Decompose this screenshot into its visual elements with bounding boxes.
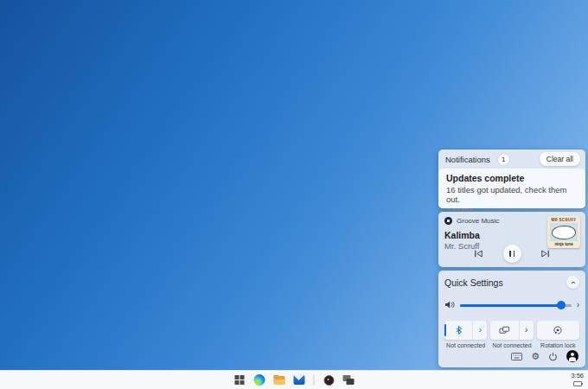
bluetooth-label: Not connected (444, 342, 487, 348)
media-app-name: Groove Music (457, 217, 499, 225)
rotation-lock-label: Rotation lock (537, 342, 579, 348)
groove-music-app-icon[interactable] (323, 374, 335, 386)
groove-music-icon (444, 217, 452, 225)
album-art: MR SCRUFF ninja tuna (547, 216, 580, 248)
file-explorer-icon[interactable] (274, 374, 285, 386)
desktop: Notifications 1 Clear all Updates comple… (0, 0, 588, 389)
rotation-lock-icon (537, 325, 579, 335)
quick-settings-footer: ⚙ (438, 350, 585, 362)
notification-item[interactable]: Updates complete 16 titles got updated, … (438, 169, 585, 208)
clear-all-button[interactable]: Clear all (540, 152, 580, 166)
chevron-right-icon: › (479, 326, 482, 335)
taskbar-clock[interactable]: 3:56 (571, 372, 584, 379)
volume-expand-chevron-icon[interactable]: › (577, 301, 579, 309)
window-stack-app-icon[interactable] (343, 374, 355, 386)
active-indicator (444, 324, 446, 336)
quick-settings-card: Quick Settings › › (438, 271, 585, 367)
mail-app-icon[interactable] (294, 374, 305, 386)
taskbar-app-icons (234, 371, 355, 389)
volume-slider[interactable] (460, 301, 572, 309)
chevron-up-icon: › (569, 281, 578, 284)
user-avatar[interactable] (566, 350, 578, 362)
album-art-image (550, 223, 578, 241)
album-art-artist-text: MR SCRUFF (547, 216, 580, 222)
bluetooth-expand-button[interactable]: › (472, 321, 487, 340)
notification-count-badge: 1 (498, 154, 509, 165)
windows-logo-icon (235, 375, 245, 385)
notification-body: 16 titles got updated, check them out. (446, 185, 578, 204)
connect-expand-button[interactable]: › (519, 321, 534, 340)
connect-quick-action[interactable]: › (490, 321, 533, 340)
system-tray[interactable]: 3:56 (571, 372, 584, 386)
volume-slider-thumb[interactable] (557, 301, 566, 309)
rotation-lock-quick-action[interactable] (537, 321, 579, 340)
chevron-right-icon: › (525, 326, 527, 335)
power-icon[interactable] (548, 352, 558, 361)
quick-settings-buttons: › › (444, 321, 579, 340)
settings-gear-icon[interactable]: ⚙ (531, 352, 540, 361)
album-art-blob (552, 226, 576, 239)
notification-title: Updates complete (446, 173, 578, 183)
bluetooth-icon[interactable] (444, 325, 472, 335)
speaker-icon (444, 297, 455, 313)
start-button[interactable] (234, 374, 246, 386)
keyboard-icon[interactable] (511, 353, 522, 360)
notifications-section: Notifications 1 Clear all Updates comple… (438, 150, 585, 208)
action-center-panel: Notifications 1 Clear all Updates comple… (438, 150, 585, 367)
edge-browser-icon[interactable] (254, 374, 265, 386)
connect-label: Not connected (490, 342, 533, 348)
volume-row: › (444, 297, 579, 313)
connect-icon[interactable] (490, 326, 518, 335)
quick-settings-labels: Not connected Not connected Rotation loc… (444, 342, 579, 348)
next-track-button[interactable] (540, 249, 551, 259)
pause-button[interactable] (503, 245, 521, 263)
collapse-quick-settings-button[interactable]: › (566, 276, 579, 289)
media-controls (438, 245, 585, 263)
quick-settings-header: Quick Settings › (444, 276, 579, 289)
quick-settings-title: Quick Settings (444, 277, 503, 288)
notifications-title: Notifications (445, 155, 490, 164)
notifications-header: Notifications 1 Clear all (438, 150, 585, 169)
taskbar: 3:56 (0, 370, 588, 389)
previous-track-button[interactable] (474, 249, 484, 259)
bluetooth-quick-action[interactable]: › (444, 321, 487, 340)
battery-icon (573, 381, 582, 386)
taskbar-separator (314, 374, 315, 386)
media-player-card: Groove Music Kalimba Mr. Scruff MR SCRUF… (438, 212, 585, 267)
